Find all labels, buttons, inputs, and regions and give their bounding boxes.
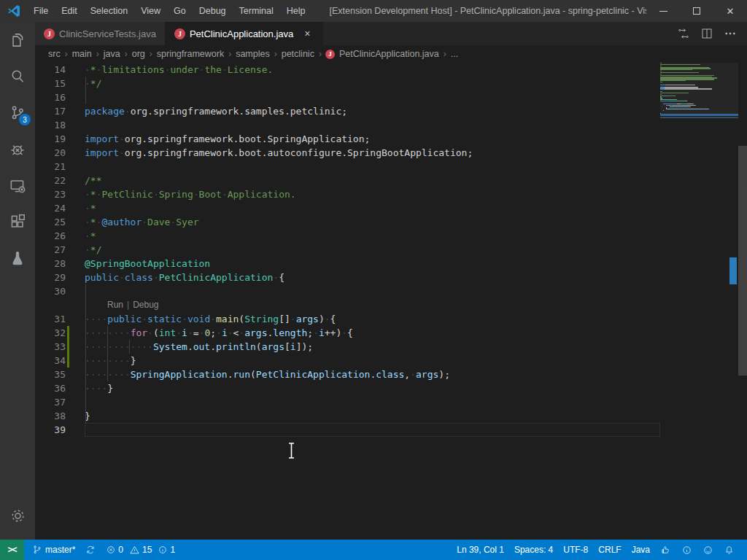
java-info-icon[interactable] <box>676 540 697 560</box>
menu-debug[interactable]: Debug <box>193 0 233 22</box>
manage-gear-icon[interactable] <box>0 497 35 534</box>
code-line-18[interactable]: 18 <box>35 118 660 132</box>
code-line-35[interactable]: 35········SpringApplication.run(PetClini… <box>35 368 660 381</box>
indentation-item[interactable]: Spaces: 4 <box>509 540 558 560</box>
code-line-36[interactable]: 36····} <box>35 381 660 395</box>
menu-terminal[interactable]: Terminal <box>233 0 280 22</box>
breadcrumb-symbol-ellipsis[interactable]: ... <box>450 49 459 59</box>
code-line-20[interactable]: 20import·org.springframework.boot.autoco… <box>35 146 660 160</box>
tab-petclinicapplication[interactable]: J PetClinicApplication.java × <box>166 22 323 45</box>
git-branch-item[interactable]: master* <box>27 540 80 560</box>
tab-close-icon[interactable]: × <box>301 28 314 39</box>
code-line-38[interactable]: 38} <box>35 409 660 423</box>
maximize-icon <box>693 7 700 15</box>
eol-item[interactable]: CRLF <box>593 540 626 560</box>
status-bar: >< master* 0 15 1 Ln 39, Col 1 Spaces: 4… <box>0 540 747 560</box>
more-actions-icon[interactable] <box>721 25 740 42</box>
code-line-24[interactable]: 24·* <box>35 201 660 215</box>
notifications-bell-icon[interactable] <box>719 540 740 560</box>
extensions-icon[interactable] <box>0 204 35 241</box>
breadcrumb-separator: › <box>93 49 103 59</box>
compare-changes-icon[interactable] <box>674 25 693 42</box>
gutter-added-lines-indicator <box>67 326 69 368</box>
breadcrumb-item-src[interactable]: src <box>47 49 61 59</box>
close-button[interactable]: ✕ <box>713 0 747 22</box>
menu-selection[interactable]: Selection <box>84 0 134 22</box>
branch-icon <box>32 545 42 555</box>
encoding-text: UTF-8 <box>563 545 588 555</box>
code-editor[interactable]: 14·*·limitations·under·the·License.15·*/… <box>35 63 747 540</box>
breadcrumb-item-petclinic[interactable]: petclinic <box>281 49 315 59</box>
menu-file[interactable]: File <box>27 0 55 22</box>
cursor-position-item[interactable]: Ln 39, Col 1 <box>452 540 509 560</box>
minimize-icon <box>659 11 667 12</box>
code-line-26[interactable]: 26·* <box>35 229 660 243</box>
minimap-slider[interactable] <box>660 63 738 118</box>
tab-clinicservicetests[interactable]: J ClinicServiceTests.java <box>35 22 166 45</box>
remote-explorer-icon[interactable] <box>0 168 35 204</box>
code-line-27[interactable]: 27·*/ <box>35 243 660 257</box>
info-count: 1 <box>170 545 175 555</box>
maximize-button[interactable] <box>680 0 713 22</box>
code-line-28[interactable]: 28@SpringBootApplication <box>35 257 660 271</box>
problems-item[interactable]: 0 15 1 <box>101 545 180 556</box>
minimize-button[interactable] <box>646 0 680 22</box>
test-explorer-icon[interactable] <box>0 241 35 277</box>
activity-bar: 3 <box>0 22 35 540</box>
code-line-19[interactable]: 19import·org.springframework.boot.Spring… <box>35 132 660 146</box>
menu-help[interactable]: Help <box>280 0 312 22</box>
menu-go[interactable]: Go <box>167 0 193 22</box>
feedback-smiley-icon[interactable] <box>697 540 719 560</box>
indent-text: Spaces: 4 <box>514 545 553 555</box>
breadcrumb-item-springframework[interactable]: springframework <box>156 49 225 59</box>
encoding-item[interactable]: UTF-8 <box>558 540 593 560</box>
split-editor-icon[interactable] <box>697 25 716 42</box>
breadcrumb-separator: › <box>271 49 281 59</box>
debug-icon[interactable] <box>0 131 35 168</box>
vertical-scrollbar[interactable] <box>738 63 747 540</box>
breadcrumb-item-org[interactable]: org <box>131 49 146 59</box>
breadcrumb-file-label: PetClinicApplication.java <box>338 49 440 59</box>
breadcrumb-file[interactable]: JPetClinicApplication.java <box>325 49 440 59</box>
code-line-22[interactable]: 22/** <box>35 174 660 187</box>
menu-edit[interactable]: Edit <box>55 0 84 22</box>
indent-guide <box>85 284 86 423</box>
remote-indicator[interactable]: >< <box>0 540 24 560</box>
code-lines[interactable]: 14·*·limitations·under·the·License.15·*/… <box>35 63 660 437</box>
warning-count: 15 <box>142 545 152 555</box>
code-line-39[interactable]: 39 <box>35 423 660 437</box>
minimap[interactable] <box>660 63 738 540</box>
branch-name: master* <box>45 545 75 555</box>
line-col-text: Ln 39, Col 1 <box>457 545 504 555</box>
codelens-debug-link[interactable]: Debug <box>133 300 158 310</box>
code-line-15[interactable]: 15·*/ <box>35 77 660 90</box>
explorer-icon[interactable] <box>0 22 35 58</box>
breadcrumb-item-samples[interactable]: samples <box>235 49 271 59</box>
code-line-23[interactable]: 23·*·PetClinic·Spring·Boot·Application. <box>35 187 660 201</box>
breadcrumb-item-java[interactable]: java <box>103 49 121 59</box>
code-line-32[interactable]: 32········for·(int·i·=·0;·i·<·args.lengt… <box>35 326 660 340</box>
code-line-37[interactable]: 37 <box>35 395 660 409</box>
code-line-25[interactable]: 25·*·@author·Dave·Syer <box>35 215 660 229</box>
java-status-thumbs-up-icon[interactable] <box>655 540 676 560</box>
scrollbar-slider[interactable] <box>738 146 747 376</box>
eol-text: CRLF <box>598 545 621 555</box>
language-mode-item[interactable]: Java <box>627 540 655 560</box>
source-control-icon[interactable]: 3 <box>0 95 35 131</box>
code-line-30[interactable]: 30 <box>35 284 660 298</box>
code-line-31[interactable]: 31····public·static·void·main(String[]·a… <box>35 312 660 326</box>
language-text: Java <box>632 545 650 555</box>
code-line-29[interactable]: 29public·class·PetClinicApplication·{ <box>35 271 660 284</box>
codelens-separator: | <box>123 300 133 310</box>
code-line-16[interactable]: 16 <box>35 90 660 104</box>
search-icon[interactable] <box>0 58 35 95</box>
codelens-run-link[interactable]: Run <box>107 300 123 310</box>
menu-view[interactable]: View <box>134 0 167 22</box>
code-line-14[interactable]: 14·*·limitations·under·the·License. <box>35 63 660 77</box>
code-line-21[interactable]: 21 <box>35 160 660 174</box>
code-line-34[interactable]: 34········} <box>35 354 660 368</box>
code-line-17[interactable]: 17package·org.springframework.samples.pe… <box>35 104 660 118</box>
breadcrumb-separator: › <box>315 49 325 59</box>
sync-button[interactable] <box>80 540 101 560</box>
breadcrumb-item-main[interactable]: main <box>71 49 93 59</box>
